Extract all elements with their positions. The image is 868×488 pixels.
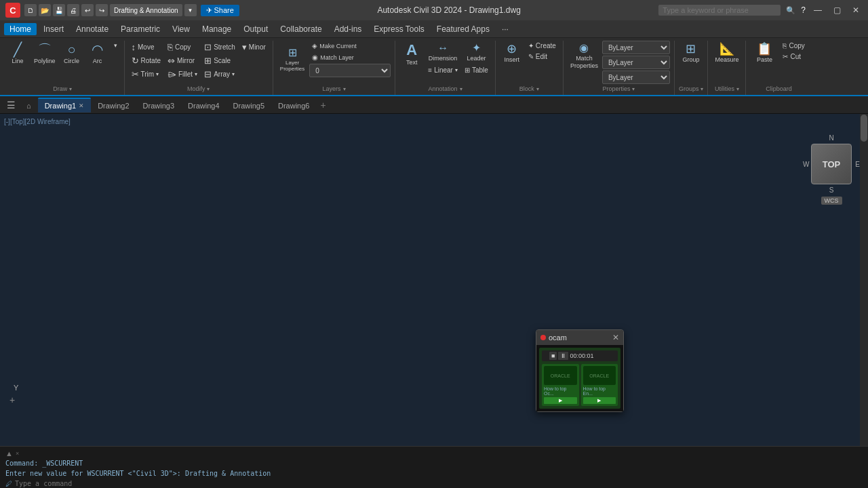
block-group-arrow[interactable]: ▾ <box>536 86 539 92</box>
paste-button[interactable]: 📋 Paste <box>750 41 778 66</box>
menu-insert[interactable]: Insert <box>38 23 69 35</box>
app-icon: C <box>5 3 20 18</box>
menu-parametric[interactable]: Parametric <box>115 23 165 35</box>
keyword-search[interactable] <box>658 5 781 16</box>
draw-arc-button[interactable]: ◠ Arc <box>85 41 110 67</box>
create-button[interactable]: ✦Create <box>526 41 559 51</box>
modify-fillet[interactable]: ⌲Fillet▾ <box>165 68 200 81</box>
match-properties-button[interactable]: ◉ MatchProperties <box>568 41 601 72</box>
viewport[interactable]: [-][Top][2D Wireframe] N W TOP E S WCS Y… <box>0 114 868 446</box>
drawing-tab-4[interactable]: Drawing4 <box>181 98 226 113</box>
workspace-dropdown[interactable]: ▼ <box>184 4 197 16</box>
annotation-text-button[interactable]: A Text <box>399 41 424 68</box>
modify-mirror[interactable]: ⇔Mirror <box>165 54 200 67</box>
right-scrollbar[interactable] <box>860 114 868 446</box>
qs-undo[interactable]: ↩ <box>81 4 94 16</box>
cut-button[interactable]: ✂Cut <box>780 52 807 62</box>
dimension-icon: ↔ <box>437 43 448 54</box>
ocam-stop-btn[interactable]: ■ <box>549 352 557 360</box>
maximize-button[interactable]: ▢ <box>830 3 844 17</box>
groups-group-arrow[interactable]: ▾ <box>701 86 703 92</box>
menu-annotate[interactable]: Annotate <box>71 23 114 35</box>
layer-selector[interactable]: 0 <box>309 64 391 77</box>
cmd-expand-button[interactable]: ▲ <box>5 449 13 458</box>
qs-redo[interactable]: ↪ <box>96 4 108 16</box>
qs-plot[interactable]: 🖨 <box>67 4 79 16</box>
bylayer-color-selector[interactable]: ByLayer <box>602 41 670 54</box>
menu-featured[interactable]: Featured Apps <box>431 23 495 35</box>
ocam-card-2-btn[interactable]: ▶ <box>583 397 616 404</box>
match-layer-button[interactable]: ◉Match Layer <box>309 52 357 62</box>
add-drawing-button[interactable]: + <box>316 100 330 110</box>
layers-group-arrow[interactable]: ▾ <box>343 86 346 92</box>
copy-clipboard-button[interactable]: ⎘Copy <box>780 41 807 51</box>
menu-manage[interactable]: Manage <box>197 23 237 35</box>
drawing-tab-1[interactable]: Drawing1 ✕ <box>38 98 91 113</box>
modify-array[interactable]: ⊟Array▾ <box>201 68 238 81</box>
measure-button[interactable]: 📐 Measure <box>712 41 741 66</box>
modify-copy[interactable]: ⎘Copy <box>165 41 200 54</box>
nav-home-button[interactable]: ⌂ <box>20 98 38 113</box>
menu-home[interactable]: Home <box>4 23 37 35</box>
close-button[interactable]: ✕ <box>849 3 863 17</box>
polyline-icon: ⌒ <box>38 43 52 56</box>
viewcube-wcs-label[interactable]: WCS <box>821 197 842 205</box>
annotation-group-arrow[interactable]: ▾ <box>460 86 462 92</box>
menu-view[interactable]: View <box>167 23 195 35</box>
ocam-close-button[interactable]: ✕ <box>612 333 619 342</box>
draw-group-arrow[interactable]: ▾ <box>69 86 72 92</box>
groups-group-items: ⊞ Group <box>679 41 703 84</box>
minimize-button[interactable]: — <box>811 3 825 17</box>
qs-save[interactable]: 💾 <box>53 4 65 16</box>
qs-workspace[interactable]: Drafting & Annotation <box>110 4 182 16</box>
annotation-dimension-button[interactable]: ↔ Dimension <box>425 41 460 64</box>
qs-open[interactable]: 📂 <box>39 4 51 16</box>
menu-addins[interactable]: Add-ins <box>329 23 368 35</box>
menu-more[interactable]: ··· <box>496 23 514 35</box>
modify-rotate[interactable]: ↻Rotate <box>129 54 163 67</box>
qs-new[interactable]: 🗋 <box>24 4 37 16</box>
help-icon[interactable]: ? <box>801 5 806 15</box>
viewcube-box[interactable]: TOP <box>811 144 852 184</box>
linear-button[interactable]: ≡Linear▾ <box>425 65 460 75</box>
bylayer-lineweight-selector[interactable]: ByLayer <box>602 70 670 84</box>
draw-more[interactable]: ▾ <box>111 41 120 50</box>
make-current-button[interactable]: ◈Make Current <box>309 41 359 51</box>
group-button[interactable]: ⊞ Group <box>679 41 703 66</box>
modify-scale[interactable]: ⊞Scale <box>201 54 238 67</box>
draw-circle-button[interactable]: ○ Circle <box>60 41 84 67</box>
modify-group-label: Modify ▾ <box>129 84 269 94</box>
menu-express[interactable]: Express Tools <box>368 23 429 35</box>
layer-properties-button[interactable]: ⊞ LayerProperties <box>277 45 307 73</box>
leader-button[interactable]: ✦ Leader <box>462 41 491 64</box>
drawing-tab-1-close[interactable]: ✕ <box>79 102 84 109</box>
edit-button[interactable]: ✎Edit <box>526 52 559 62</box>
modify-stretch[interactable]: ⊡Stretch <box>201 41 238 54</box>
utilities-group-arrow[interactable]: ▾ <box>736 86 739 92</box>
drawing-tab-2[interactable]: Drawing2 <box>91 98 136 113</box>
modify-move[interactable]: ↕Move <box>129 41 163 54</box>
command-input[interactable] <box>15 480 863 487</box>
modify-trim[interactable]: ✂Trim▾ <box>129 68 163 81</box>
menu-output[interactable]: Output <box>238 23 273 35</box>
draw-line-button[interactable]: ╱ Line <box>5 41 30 67</box>
drawing-tab-3[interactable]: Drawing3 <box>136 98 181 113</box>
drawing-tab-6[interactable]: Drawing6 <box>271 98 316 113</box>
draw-polyline-button[interactable]: ⌒ Polyline <box>31 41 58 67</box>
ribbon-group-clipboard: 📋 Paste ⎘Copy ✂Cut Clipboard <box>747 41 811 95</box>
insert-icon: ⊕ <box>507 43 517 55</box>
ocam-card-1-btn[interactable]: ▶ <box>544 397 577 404</box>
insert-button[interactable]: ⊕ Insert <box>500 41 524 66</box>
drawing-tab-5[interactable]: Drawing5 <box>226 98 271 113</box>
ocam-pause-btn[interactable]: ⏸ <box>558 352 568 360</box>
tabs-menu-button[interactable]: ☰ <box>3 98 20 112</box>
menu-collaborate[interactable]: Collaborate <box>275 23 327 35</box>
bylayer-linetype-selector[interactable]: ByLayer <box>602 56 670 69</box>
scrollbar-thumb[interactable] <box>861 115 867 142</box>
modify-group-arrow[interactable]: ▾ <box>207 86 210 92</box>
share-button[interactable]: ✈Share <box>201 5 239 16</box>
properties-group-arrow[interactable]: ▾ <box>632 86 635 92</box>
modify-minor[interactable]: ▾Minor <box>239 41 269 54</box>
ribbon-group-draw: ╱ Line ⌒ Polyline ○ Circle ◠ Arc ▾ <box>3 41 125 95</box>
table-button[interactable]: ⊞Table <box>462 65 491 75</box>
